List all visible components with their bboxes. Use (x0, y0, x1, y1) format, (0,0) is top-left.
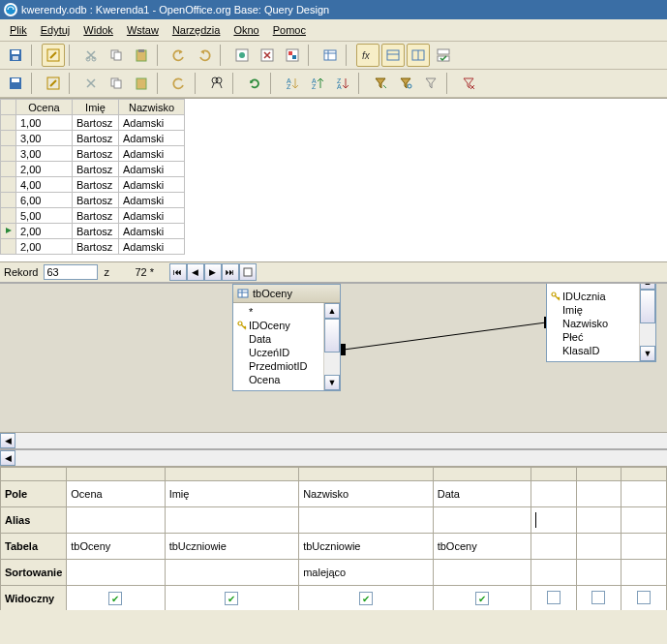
checkbox-icon[interactable]: ✔ (359, 592, 373, 605)
cell-ocena[interactable]: 1,00 (16, 115, 73, 131)
cell-alias[interactable] (433, 507, 531, 534)
scroll-up-icon[interactable]: ▲ (640, 282, 655, 290)
row-label-alias[interactable]: Alias (1, 507, 67, 534)
row-header[interactable] (1, 208, 16, 224)
design-table[interactable]: Pole Ocena Imię Nazwisko Data Alias Tabe… (0, 467, 667, 610)
checkbox-icon[interactable]: ✔ (475, 592, 489, 605)
field-item[interactable]: Płeć (551, 330, 635, 344)
checkbox-icon[interactable] (547, 591, 561, 604)
cell-alias[interactable] (576, 507, 622, 534)
field-list-tboceny[interactable]: *IDOcenyDataUczeńIDPrzedmiotIDOcena (233, 303, 323, 390)
nav-next-icon[interactable]: ▶ (204, 263, 222, 281)
cell-visible[interactable]: ✔ (67, 586, 165, 611)
field-item[interactable]: * (237, 305, 319, 319)
cell-ocena[interactable]: 2,00 (16, 162, 73, 177)
find-icon[interactable] (205, 72, 228, 95)
cell-visible[interactable]: ✔ (165, 586, 299, 611)
edit-mode-icon[interactable] (42, 44, 65, 67)
table-scrollbar[interactable]: ▲ ▼ (639, 282, 655, 361)
cell-ocena[interactable]: 4,00 (16, 177, 73, 193)
cell-visible[interactable] (531, 586, 577, 611)
cell-ocena[interactable]: 3,00 (16, 146, 73, 162)
cell-nazwisko[interactable]: Adamski (119, 177, 185, 193)
cell-tabela[interactable] (622, 534, 667, 560)
col-header-nazwisko[interactable]: Nazwisko (119, 100, 185, 115)
design-col-header[interactable] (299, 468, 434, 481)
sort-desc-icon[interactable]: ZA (331, 72, 354, 95)
cell-sort[interactable] (67, 560, 165, 586)
table-name-icon[interactable] (381, 44, 405, 67)
cell-sort[interactable] (576, 560, 622, 586)
design-col-header[interactable] (531, 468, 577, 481)
row-label-pole[interactable]: Pole (1, 481, 67, 507)
cell-nazwisko[interactable]: Adamski (119, 162, 185, 177)
cell-visible[interactable]: ✔ (299, 586, 434, 611)
scroll-left-icon[interactable]: ◀ (0, 450, 15, 466)
menu-edytuj[interactable]: Edytuj (35, 22, 76, 38)
menu-okno[interactable]: Okno (227, 22, 264, 38)
cut-icon[interactable] (79, 44, 103, 67)
cell-nazwisko[interactable]: Adamski (119, 193, 185, 208)
menu-plik[interactable]: Plik (4, 22, 33, 38)
cell-tabela[interactable] (576, 534, 622, 560)
row-header[interactable] (1, 177, 16, 193)
field-item[interactable]: IDOceny (237, 319, 319, 332)
cell-sort[interactable] (622, 560, 667, 586)
cell-pole[interactable] (531, 481, 577, 507)
design-col-header[interactable] (433, 468, 531, 481)
cell-sort[interactable] (165, 560, 299, 586)
cell-pole[interactable]: Data (433, 481, 531, 507)
design-col-header[interactable] (165, 468, 299, 481)
cell-imie[interactable]: Bartosz (73, 131, 119, 146)
field-item[interactable]: KlasaID (551, 344, 635, 357)
field-item[interactable]: * (551, 282, 635, 290)
cell-visible[interactable]: ✔ (433, 586, 531, 611)
row-label-widoczny[interactable]: Widoczny (1, 586, 67, 611)
cell-ocena[interactable]: 2,00 (16, 239, 73, 255)
run-query-icon[interactable] (230, 44, 254, 67)
cell-nazwisko[interactable]: Adamski (119, 208, 185, 224)
scroll-left-icon[interactable]: ◀ (0, 433, 15, 448)
row-header[interactable] (1, 193, 16, 208)
checkbox-icon[interactable]: ✔ (108, 592, 122, 605)
row-label-tabela[interactable]: Tabela (1, 534, 67, 560)
cell-ocena[interactable]: 3,00 (16, 131, 73, 146)
cell-imie[interactable]: Bartosz (73, 224, 119, 239)
design-corner[interactable] (1, 468, 67, 481)
cell-pole[interactable]: Ocena (67, 481, 165, 507)
refresh-icon[interactable] (243, 72, 266, 95)
cell-pole[interactable]: Nazwisko (299, 481, 434, 507)
cell-nazwisko[interactable]: Adamski (119, 239, 185, 255)
distinct-icon[interactable] (432, 44, 455, 67)
field-item[interactable]: IDUcznia (551, 290, 635, 303)
autofilter-icon[interactable] (369, 72, 392, 95)
row-header[interactable] (1, 224, 16, 239)
cell-nazwisko[interactable]: Adamski (119, 131, 185, 146)
remove-filter-sort-icon[interactable] (457, 72, 480, 95)
alias-icon[interactable] (407, 44, 430, 67)
cell-sort[interactable] (433, 560, 531, 586)
cell-imie[interactable]: Bartosz (73, 193, 119, 208)
table-window-tboceny[interactable]: tbOceny *IDOcenyDataUczeńIDPrzedmiotIDOc… (232, 284, 341, 391)
cell-alias[interactable] (299, 507, 434, 534)
table-scrollbar[interactable]: ▲ ▼ (323, 303, 340, 390)
results-table[interactable]: Ocena Imię Nazwisko 1,00BartoszAdamski3,… (0, 99, 185, 255)
cell-imie[interactable]: Bartosz (73, 115, 119, 131)
cell-imie[interactable]: Bartosz (73, 177, 119, 193)
nav-last-icon[interactable]: ⏭ (222, 263, 239, 281)
nav-first-icon[interactable]: ⏮ (169, 263, 187, 281)
copy2-icon[interactable] (105, 72, 128, 95)
checkbox-icon[interactable]: ✔ (225, 592, 238, 605)
cell-nazwisko[interactable]: Adamski (119, 224, 185, 239)
design-col-header[interactable] (622, 468, 667, 481)
copy-icon[interactable] (105, 44, 128, 67)
standardfilter-icon[interactable] (394, 72, 417, 95)
cell-alias[interactable] (622, 507, 667, 534)
cell-imie[interactable]: Bartosz (73, 146, 119, 162)
field-item[interactable]: UczeńID (237, 346, 319, 359)
corner-cell[interactable] (1, 100, 16, 115)
redo-icon[interactable] (193, 44, 216, 67)
row-header[interactable] (1, 115, 16, 131)
clear-query-icon[interactable] (256, 44, 279, 67)
sort-asc-icon[interactable]: AZ (306, 72, 329, 95)
